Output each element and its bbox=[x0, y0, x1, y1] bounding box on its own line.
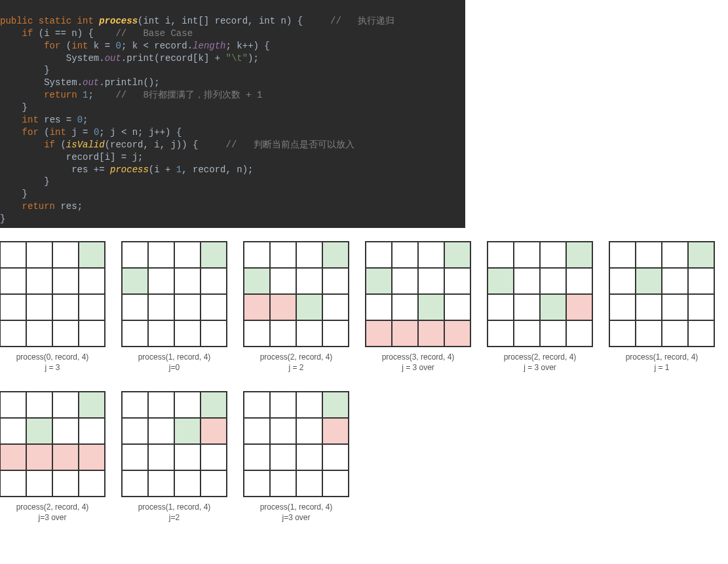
grid-cell bbox=[0, 444, 26, 470]
grid-cell bbox=[418, 294, 444, 320]
grid-caption-line2: j = 1 bbox=[626, 363, 699, 373]
grid-cell bbox=[0, 242, 26, 268]
grid-cell bbox=[122, 242, 148, 268]
grid-cell bbox=[201, 470, 227, 497]
grid-cell bbox=[540, 242, 566, 268]
grid-cell bbox=[26, 444, 52, 470]
grid-caption: process(2, record, 4)j = 3 over bbox=[504, 352, 577, 373]
code-text: (int k = 0; k < record.length; k++) { bbox=[66, 41, 270, 51]
grid-cell bbox=[609, 320, 636, 347]
grid-cell bbox=[122, 470, 148, 497]
grid-caption-line2: j=2 bbox=[138, 513, 211, 523]
code-comment: // 判断当前点是否可以放入 bbox=[226, 140, 354, 150]
code-method-call: process bbox=[110, 164, 149, 175]
grid-cell bbox=[296, 444, 322, 470]
grid-cell bbox=[122, 392, 148, 418]
grid-cell bbox=[444, 294, 470, 320]
code-brace: } bbox=[44, 176, 49, 187]
grid-board bbox=[243, 391, 349, 497]
grid-item: process(1, record, 4)j=3 over bbox=[244, 391, 349, 523]
grid-cell bbox=[0, 392, 26, 418]
grid-cell bbox=[662, 320, 688, 347]
grid-cell bbox=[244, 392, 270, 418]
grid-cell bbox=[201, 418, 227, 444]
grid-cell bbox=[174, 444, 201, 470]
grid-cell bbox=[244, 418, 270, 444]
grid-cell bbox=[244, 242, 270, 268]
grid-cell bbox=[201, 392, 227, 418]
grid-cell bbox=[514, 268, 540, 294]
grid-cell bbox=[270, 470, 296, 497]
grid-cell bbox=[79, 294, 105, 320]
grid-cell bbox=[174, 268, 201, 294]
grid-cell bbox=[488, 294, 514, 320]
grid-cell bbox=[488, 242, 514, 268]
grid-cell bbox=[244, 470, 270, 497]
grid-cell bbox=[244, 268, 270, 294]
grid-item: process(1, record, 4)j = 1 bbox=[609, 241, 714, 373]
grid-cell bbox=[636, 242, 662, 268]
grid-item: process(0, record, 4)j = 3 bbox=[0, 241, 105, 373]
grid-caption-line2: j = 2 bbox=[260, 363, 333, 373]
grid-caption: process(1, record, 4)j = 1 bbox=[626, 352, 699, 373]
grid-cell bbox=[296, 418, 322, 444]
grid-cell bbox=[488, 268, 514, 294]
code-keyword: for bbox=[44, 41, 60, 51]
grid-cell bbox=[636, 320, 662, 347]
grid-cell bbox=[322, 268, 349, 294]
grid-cell bbox=[488, 320, 514, 347]
grid-board bbox=[0, 391, 105, 497]
grid-cell bbox=[148, 470, 174, 497]
grids-container: process(0, record, 4)j = 3process(1, rec… bbox=[0, 228, 728, 523]
grid-cell bbox=[662, 268, 688, 294]
code-text: record[i] = j; bbox=[66, 152, 144, 162]
grid-cell bbox=[122, 444, 148, 470]
grid-cell bbox=[79, 444, 105, 470]
code-brace: } bbox=[22, 189, 28, 199]
grid-cell bbox=[52, 392, 79, 418]
grid-cell bbox=[52, 470, 79, 497]
grid-caption: process(1, record, 4)j=0 bbox=[138, 352, 211, 373]
grid-cell bbox=[79, 242, 105, 268]
grid-caption-line1: process(2, record, 4) bbox=[16, 502, 89, 513]
grid-cell bbox=[296, 392, 322, 418]
grid-cell bbox=[514, 242, 540, 268]
grid-cell bbox=[270, 294, 296, 320]
grid-cell bbox=[270, 268, 296, 294]
grid-cell bbox=[79, 268, 105, 294]
grid-cell bbox=[418, 320, 444, 347]
grid-caption: process(3, record, 4)j = 3 over bbox=[382, 352, 455, 373]
grid-cell bbox=[201, 320, 227, 347]
grid-cell bbox=[122, 320, 148, 347]
grid-cell bbox=[270, 242, 296, 268]
grid-cell bbox=[0, 320, 26, 347]
grid-cell bbox=[122, 418, 148, 444]
code-text: res += bbox=[71, 164, 110, 175]
grid-caption-line1: process(1, record, 4) bbox=[138, 502, 211, 513]
grid-caption-line2: j = 3 over bbox=[504, 363, 577, 373]
grid-board bbox=[243, 241, 349, 347]
grid-cell bbox=[688, 294, 714, 320]
grid-item: process(1, record, 4)j=0 bbox=[122, 241, 227, 373]
grid-cell bbox=[322, 418, 349, 444]
grid-cell bbox=[0, 418, 26, 444]
grid-cell bbox=[148, 320, 174, 347]
grid-cell bbox=[79, 470, 105, 497]
grid-caption-line1: process(0, record, 4) bbox=[16, 352, 89, 363]
grid-caption-line2: j=0 bbox=[138, 363, 211, 373]
grid-cell bbox=[26, 392, 52, 418]
grid-caption-line2: j = 3 over bbox=[382, 363, 455, 373]
grid-cell bbox=[270, 444, 296, 470]
grid-cell bbox=[322, 320, 349, 347]
grid-item: process(2, record, 4)j=3 over bbox=[0, 391, 105, 523]
grid-cell bbox=[148, 268, 174, 294]
code-text: ; bbox=[88, 90, 93, 100]
grid-cell bbox=[52, 444, 79, 470]
grid-cell bbox=[244, 444, 270, 470]
grid-cell bbox=[270, 320, 296, 347]
grid-cell bbox=[26, 418, 52, 444]
grid-cell bbox=[26, 320, 52, 347]
grid-cell bbox=[636, 294, 662, 320]
grid-cell bbox=[296, 470, 322, 497]
grid-cell bbox=[244, 294, 270, 320]
